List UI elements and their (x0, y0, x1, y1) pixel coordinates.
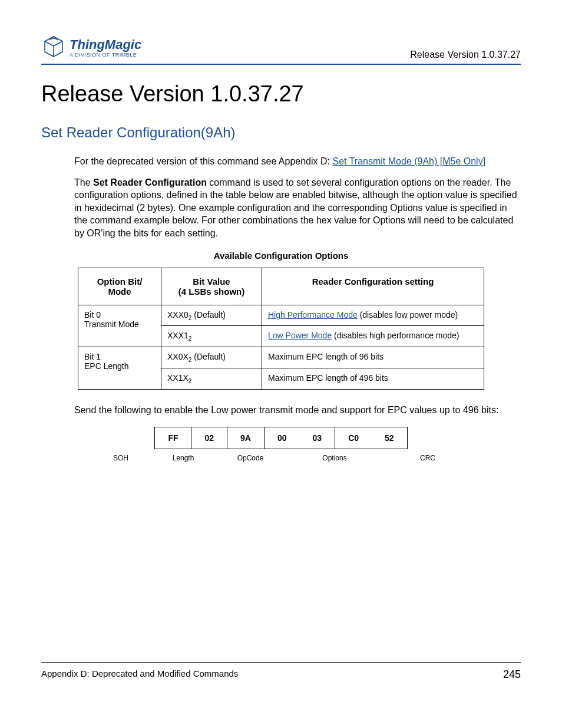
cell-setting: Low Power Mode (disables high performanc… (262, 326, 484, 347)
cell-setting: Maximum EPC length of 496 bits (262, 368, 484, 389)
setting-link[interactable]: High Performance Mode (268, 310, 358, 319)
th-mode: Option Bit/ Mode (78, 268, 161, 305)
cell-mode: Bit 1 EPC Length (78, 347, 161, 390)
cell-setting: Maximum EPC length of 96 bits (262, 347, 484, 368)
setting-link[interactable]: Low Power Mode (268, 331, 332, 340)
page-footer: Appendix D: Deprecated and Modified Comm… (41, 662, 521, 681)
table-row: Bit 0 Transmit Mode XXX02 (Default) High… (78, 305, 484, 326)
cmd-cell: 00 (264, 427, 299, 449)
th-setting: Reader Configuration setting (262, 268, 484, 305)
cell-bitvalue: XXX12 (161, 326, 262, 347)
brand-division: A DIVISION OF TRIMBLE (70, 52, 141, 58)
command-labels: SOH Length OpCode Options CRC (90, 452, 472, 465)
section-heading: Set Reader Configuration(9Ah) (41, 124, 521, 141)
cmd-label: SOH (91, 453, 150, 463)
logo-icon (41, 35, 66, 60)
th-bitvalue: Bit Value (4 LSBs shown) (161, 268, 262, 305)
page-header: ThingMagic A DIVISION OF TRIMBLE Release… (41, 35, 521, 65)
options-table: Option Bit/ Mode Bit Value (4 LSBs shown… (78, 268, 484, 390)
table-row: Bit 1 EPC Length XX0X2 (Default) Maximum… (78, 347, 484, 368)
header-version: Release Version 1.0.37.27 (410, 50, 521, 60)
footer-left: Appendix D: Deprecated and Modified Comm… (41, 668, 238, 681)
brand-name: ThingMagic (70, 38, 141, 51)
cmd-cell: 03 (300, 427, 335, 449)
cmd-label: CRC (385, 453, 471, 463)
cell-bitvalue: XX0X2 (Default) (161, 347, 262, 368)
cmd-cell: 52 (372, 427, 407, 449)
cmd-label: Length (151, 453, 215, 463)
intro-paragraph: For the deprecated version of this comma… (74, 155, 521, 168)
table-header-row: Option Bit/ Mode Bit Value (4 LSBs shown… (78, 268, 484, 305)
table-caption: Available Configuration Options (41, 251, 521, 261)
example-paragraph: Send the following to enable the Low pow… (74, 404, 521, 417)
para2-a: The (74, 177, 93, 187)
cmd-cell: C0 (335, 427, 372, 449)
cmd-cell: 02 (191, 427, 227, 449)
page-title: Release Version 1.0.37.27 (41, 81, 521, 107)
logo: ThingMagic A DIVISION OF TRIMBLE (41, 35, 141, 60)
cmd-label: Options (286, 453, 384, 463)
cell-setting: High Performance Mode (disables low powe… (262, 305, 484, 326)
cmd-label: OpCode (216, 453, 285, 463)
cmd-cell: 9A (227, 427, 265, 449)
intro-link[interactable]: Set Transmit Mode (9Ah) [M5e Only] (332, 156, 485, 166)
intro-prefix: For the deprecated version of this comma… (74, 156, 332, 166)
command-bytes-table: FF 02 9A 00 03 C0 52 (154, 427, 407, 449)
description-paragraph: The Set Reader Configuration command is … (74, 176, 521, 240)
footer-page-number: 245 (503, 668, 521, 681)
para2-bold: Set Reader Configuration (93, 177, 207, 187)
cell-mode: Bit 0 Transmit Mode (78, 305, 161, 347)
cell-bitvalue: XXX02 (Default) (161, 305, 262, 326)
cmd-cell: FF (155, 427, 191, 449)
cell-bitvalue: XX1X2 (161, 368, 262, 389)
